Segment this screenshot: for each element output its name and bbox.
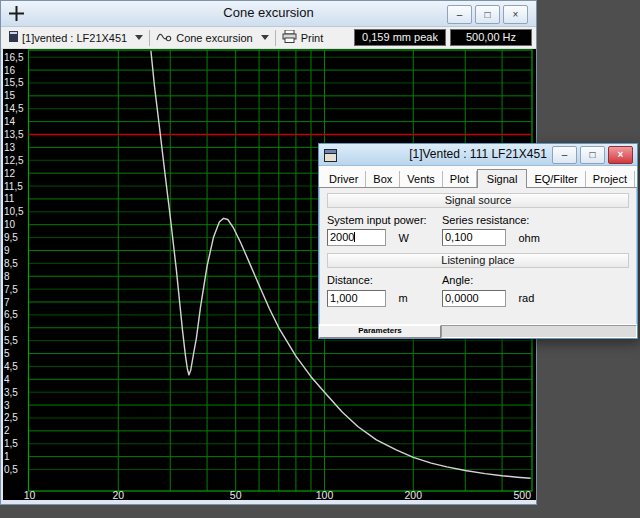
svg-text:3,5: 3,5: [4, 387, 18, 398]
svg-text:12: 12: [4, 168, 16, 179]
project-selector-label: [1]vented : LF21X451: [22, 32, 127, 44]
dialog-minimize-button[interactable]: –: [552, 146, 577, 164]
tab-box[interactable]: Box: [366, 171, 400, 187]
svg-text:11,5: 11,5: [4, 181, 23, 192]
vented-box-dialog: [1]Vented : 111 LF21X451 – □ × Driver Bo…: [318, 143, 638, 339]
svg-text:16,5: 16,5: [4, 52, 24, 63]
system-input-power-input[interactable]: 2000: [327, 229, 386, 246]
rad-unit-label: rad: [518, 292, 534, 304]
minimize-button[interactable]: –: [447, 5, 472, 24]
project-icon: [9, 31, 18, 44]
svg-text:5: 5: [4, 348, 10, 359]
svg-text:9,5: 9,5: [4, 232, 18, 243]
dialog-status-bar: Parameters: [319, 324, 637, 338]
parameters-tab[interactable]: Parameters: [319, 325, 441, 338]
svg-text:50: 50: [230, 489, 242, 500]
series-resistance-input[interactable]: 0,100: [442, 229, 506, 246]
waveform-icon: [156, 31, 172, 45]
svg-text:3: 3: [4, 400, 10, 411]
tab-vents[interactable]: Vents: [400, 171, 443, 187]
distance-input[interactable]: 1,000: [327, 290, 386, 307]
distance-label: Distance:: [327, 274, 442, 286]
chevron-down-icon: [261, 35, 269, 40]
svg-text:15: 15: [4, 90, 16, 101]
dialog-title-bar[interactable]: [1]Vented : 111 LF21X451 – □ ×: [319, 144, 637, 166]
angle-label: Angle:: [442, 274, 629, 286]
svg-text:7: 7: [4, 297, 10, 308]
dialog-close-button[interactable]: ×: [608, 146, 633, 164]
svg-text:10: 10: [4, 219, 16, 230]
series-resistance-field: Series resistance: 0,100 ohm: [442, 211, 629, 246]
svg-text:14,5: 14,5: [4, 103, 24, 114]
svg-text:10,5: 10,5: [4, 206, 24, 217]
angle-field: Angle: 0,0000 rad: [442, 271, 629, 306]
system-input-power-field: System input power: 2000 W: [327, 211, 442, 246]
dialog-tab-bar: Driver Box Vents Plot Signal EQ/Filter P…: [319, 166, 637, 188]
graph-selector[interactable]: Cone excursion: [152, 29, 272, 47]
distance-field: Distance: 1,000 m: [327, 271, 442, 306]
svg-text:13: 13: [4, 142, 16, 153]
svg-text:11: 11: [4, 193, 15, 204]
project-selector[interactable]: [1]vented : LF21X451: [5, 29, 147, 47]
toolbar-separator: [149, 30, 150, 46]
status-bar-filler: [441, 325, 637, 338]
system-input-power-label: System input power:: [327, 214, 442, 226]
window-bottom-edge: [1, 500, 536, 506]
svg-text:6,5: 6,5: [4, 309, 18, 320]
print-label: Print: [301, 32, 324, 44]
svg-text:6: 6: [4, 322, 10, 333]
signal-source-header: Signal source: [327, 193, 629, 208]
meter-unit-label: m: [398, 292, 407, 304]
svg-text:7,5: 7,5: [4, 284, 18, 295]
angle-input[interactable]: 0,0000: [442, 290, 506, 307]
signal-tab-panel: Signal source System input power: 2000 W…: [319, 188, 637, 319]
svg-text:15,5: 15,5: [4, 77, 24, 88]
svg-text:20: 20: [112, 489, 124, 500]
svg-text:12,5: 12,5: [4, 155, 24, 166]
chevron-down-icon: [135, 35, 143, 40]
svg-text:4,5: 4,5: [4, 361, 18, 372]
series-resistance-label: Series resistance:: [442, 214, 629, 226]
svg-text:14: 14: [4, 116, 16, 127]
print-button[interactable]: Print: [278, 29, 328, 47]
svg-text:0,5: 0,5: [4, 464, 18, 475]
frequency-readout: 500,00 Hz: [450, 29, 532, 46]
svg-text:10: 10: [24, 489, 36, 500]
svg-text:1,5: 1,5: [4, 438, 18, 449]
toolbar-separator: [275, 30, 276, 46]
svg-text:500: 500: [513, 489, 531, 500]
svg-text:5,5: 5,5: [4, 335, 18, 346]
tab-plot[interactable]: Plot: [443, 171, 477, 187]
svg-text:4: 4: [4, 374, 10, 385]
watt-unit-label: W: [398, 232, 408, 244]
svg-text:2: 2: [4, 425, 10, 436]
text-caret: [354, 232, 355, 242]
close-button[interactable]: ×: [503, 5, 528, 24]
toolbar: [1]vented : LF21X451 Cone excursion: [1, 27, 536, 49]
listening-place-header: Listening place: [327, 253, 629, 268]
tab-eq-filter[interactable]: EQ/Filter: [527, 171, 585, 187]
dialog-maximize-button[interactable]: □: [580, 146, 605, 164]
printer-icon: [282, 30, 297, 45]
tab-driver[interactable]: Driver: [322, 171, 366, 187]
svg-text:8: 8: [4, 271, 10, 282]
svg-text:8,5: 8,5: [4, 258, 18, 269]
svg-text:200: 200: [405, 489, 423, 500]
excursion-readout: 0,159 mm peak: [354, 29, 446, 46]
tab-signal[interactable]: Signal: [477, 169, 528, 188]
svg-text:2,5: 2,5: [4, 412, 18, 423]
svg-text:100: 100: [316, 489, 334, 500]
ohm-unit-label: ohm: [518, 232, 539, 244]
svg-text:13,5: 13,5: [4, 129, 24, 140]
graph-selector-label: Cone excursion: [176, 32, 252, 44]
svg-text:16: 16: [4, 65, 16, 76]
svg-text:1: 1: [4, 451, 10, 462]
svg-text:9: 9: [4, 245, 10, 256]
title-bar[interactable]: Cone excursion – □ ×: [1, 1, 536, 27]
maximize-button[interactable]: □: [475, 5, 500, 24]
tab-project[interactable]: Project: [586, 171, 635, 187]
